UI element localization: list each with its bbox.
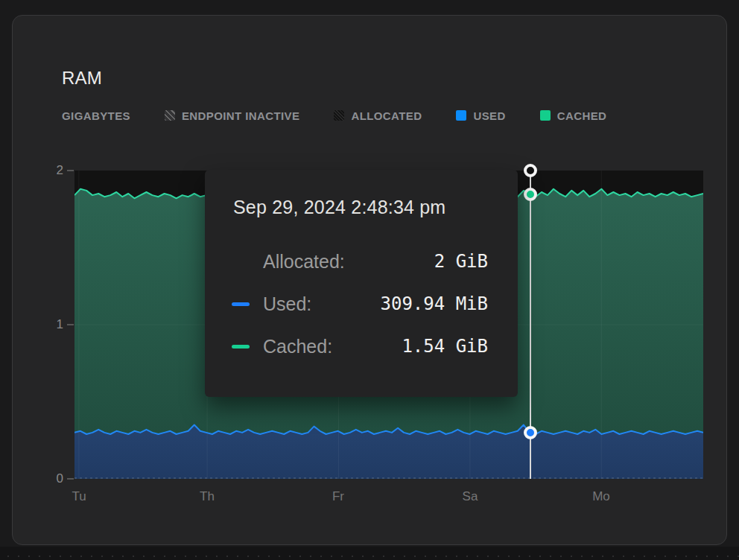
y-axis-tick-2: 2 [41, 163, 74, 178]
page: RAM GIGABYTES ENDPOINT INACTIVE ALLOCATE… [0, 0, 739, 560]
y-tick-label: 1 [57, 317, 63, 332]
tick-dash [67, 170, 74, 171]
y-tick-label: 2 [57, 163, 63, 178]
tick-dash [67, 478, 74, 480]
y-axis-tick-0: 0 [41, 471, 74, 486]
x-axis-label-th: Th [200, 489, 215, 504]
legend-item-cached[interactable]: CACHED [540, 109, 607, 122]
legend-item-label: USED [473, 109, 505, 122]
tooltip-label: Used: [263, 293, 311, 315]
legend-item-label: ENDPOINT INACTIVE [182, 109, 299, 122]
used-swatch-icon [456, 110, 466, 121]
chart-tooltip: Sep 29, 2024 2:48:34 pm Allocated: 2 GiB… [205, 170, 518, 397]
tooltip-value: 1.54 GiB [402, 336, 488, 357]
tooltip-label: Allocated: [263, 251, 345, 273]
y-axis-tick-1: 1 [41, 317, 74, 332]
legend-item-label: CACHED [557, 109, 607, 122]
ram-metric-card: RAM GIGABYTES ENDPOINT INACTIVE ALLOCATE… [12, 15, 727, 545]
legend-item-endpoint-inactive[interactable]: ENDPOINT INACTIVE [165, 109, 299, 122]
allocated-point-marker [524, 164, 537, 177]
tooltip-row-cached: Cached: 1.54 GiB [232, 331, 488, 361]
used-dash-icon [232, 302, 251, 306]
tooltip-row-used: Used: 309.94 MiB [232, 289, 488, 319]
used-point-marker [524, 426, 537, 439]
tooltip-row-allocated: Allocated: 2 GiB [232, 246, 488, 276]
legend-item-used[interactable]: USED [456, 109, 505, 122]
tooltip-label: Cached: [263, 336, 332, 357]
x-axis-label-sa: Sa [463, 489, 478, 504]
tooltip-value: 309.94 MiB [381, 293, 489, 314]
legend-item-label: ALLOCATED [351, 109, 422, 122]
x-axis-label-tu: Tu [72, 489, 86, 504]
cached-dash-icon [232, 345, 251, 349]
tooltip-timestamp: Sep 29, 2024 2:48:34 pm [233, 197, 488, 218]
y-tick-label: 0 [57, 471, 63, 486]
allocated-swatch-icon [334, 110, 344, 121]
canvas-dot-background [0, 547, 739, 560]
cached-swatch-icon [540, 110, 551, 121]
x-axis-label-fr: Fr [332, 489, 344, 504]
x-axis-label-mo: Mo [592, 489, 610, 504]
tick-dash [67, 324, 74, 325]
cached-point-marker [524, 188, 537, 201]
hatched-swatch-icon [165, 110, 175, 121]
legend-unit-label: GIGABYTES [62, 109, 130, 122]
page-title: RAM [62, 68, 102, 89]
legend-item-allocated[interactable]: ALLOCATED [334, 109, 422, 122]
legend: GIGABYTES ENDPOINT INACTIVE ALLOCATED US… [62, 108, 606, 123]
tooltip-value: 2 GiB [434, 251, 488, 272]
